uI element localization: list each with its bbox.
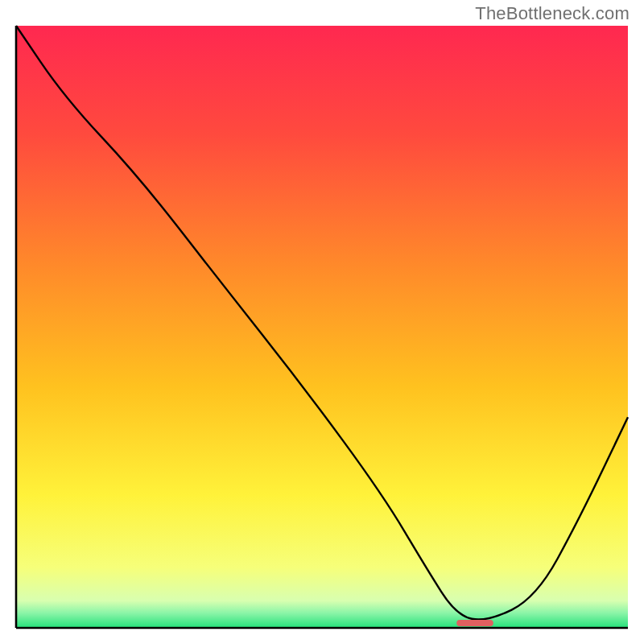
gradient-background [16, 26, 628, 628]
bottleneck-chart [11, 23, 633, 633]
watermark-text: TheBottleneck.com [475, 3, 630, 24]
chart-svg [11, 23, 633, 633]
optimal-range-marker [456, 620, 493, 626]
